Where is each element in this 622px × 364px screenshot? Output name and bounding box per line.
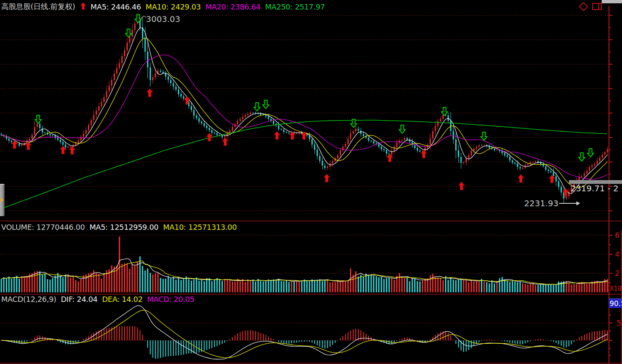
- low-price-label: 2231.93: [524, 198, 580, 208]
- sell-signal-arrow: [263, 100, 269, 108]
- volume-axis-tick-6: 6: [615, 231, 620, 239]
- buy-signal-arrow: [459, 182, 465, 190]
- sell-signal-arrow: [442, 107, 448, 116]
- macd-axis-badge: 90.5: [609, 299, 622, 308]
- ma5-legend: MA5: 2446.46: [90, 2, 141, 11]
- volume-ma10: MA10: 12571313.00: [163, 223, 237, 231]
- macd-lines: [1, 306, 607, 359]
- window-corner-strip: [602, 0, 622, 3]
- ma20-legend: MA20: 2386.64: [205, 2, 260, 11]
- up-arrow-icon: [80, 2, 86, 11]
- volume-ma-lines: [1, 258, 607, 284]
- ma250-legend: MA250: 2517.97: [265, 2, 325, 11]
- chart-title: 高股息股(日线.前复权): [1, 2, 75, 12]
- ma10-legend: MA10: 2429.03: [146, 2, 201, 11]
- candlesticks: [1, 17, 608, 204]
- volume-pane-header: VOLUME: 12770446.00 MA5: 12512959.00 MA1…: [1, 223, 241, 231]
- sell-signal-arrow: [399, 125, 406, 133]
- sell-signal-arrow: [481, 132, 487, 140]
- buy-signal-arrow: [518, 174, 524, 183]
- buy-signal-arrow: [69, 146, 75, 154]
- buy-signal-arrow: [324, 174, 330, 182]
- buy-signal-arrow: [25, 142, 32, 150]
- stock-chart-window: 高股息股(日线.前复权) MA5: 2446.46 MA10: 2429.03 …: [0, 0, 622, 364]
- sell-signal-arrow: [126, 29, 132, 37]
- expand-triangle-icon: [1, 198, 4, 202]
- macd-dif: DIF: 24.04: [61, 295, 97, 304]
- sell-signal-arrow: [35, 115, 41, 123]
- macd-name: MACD(12,26,9): [1, 295, 56, 304]
- sell-signal-arrow: [588, 149, 594, 157]
- range-tip-label: 2319.71 - 2: [571, 183, 618, 193]
- volume-value: VOLUME: 12770446.00: [1, 223, 85, 231]
- axis-and-dividers: [0, 6, 622, 364]
- volume-ma5: MA5: 12512959.00: [90, 223, 159, 231]
- volume-bars: [1, 236, 608, 292]
- price-pane-header: 高股息股(日线.前复权) MA5: 2446.46 MA10: 2429.03 …: [1, 2, 329, 12]
- sidebar-collapse-handle[interactable]: [0, 184, 5, 216]
- chart-canvas: [0, 0, 622, 364]
- sell-signal-arrow: [254, 103, 260, 111]
- macd-value: MACD: 20.05: [147, 295, 194, 304]
- low-price-text: 2231.93: [524, 198, 559, 208]
- low-price-arrow-icon: [559, 201, 580, 206]
- restore-window-icon[interactable]: [592, 3, 602, 10]
- macd-axis-tick-50: 5: [617, 319, 621, 327]
- macd-pane-header: MACD(12,26,9) DIF: 24.04 DEA: 14.02 MACD…: [1, 295, 199, 304]
- buy-signal-arrow: [274, 131, 280, 140]
- buy-signal-arrow: [421, 150, 427, 158]
- buy-signal-arrow: [387, 154, 393, 162]
- volume-axis-tick-4: 4: [615, 250, 620, 258]
- macd-histogram: [1, 326, 607, 359]
- peak-price-label: 3003.03: [146, 14, 180, 24]
- sell-signal-arrow: [579, 153, 585, 161]
- buy-signal-arrow: [147, 89, 153, 97]
- volume-axis-tick-2: 2: [615, 269, 620, 277]
- volume-axis-unit: X10: [610, 285, 622, 292]
- macd-dea: DEA: 14.02: [102, 295, 143, 304]
